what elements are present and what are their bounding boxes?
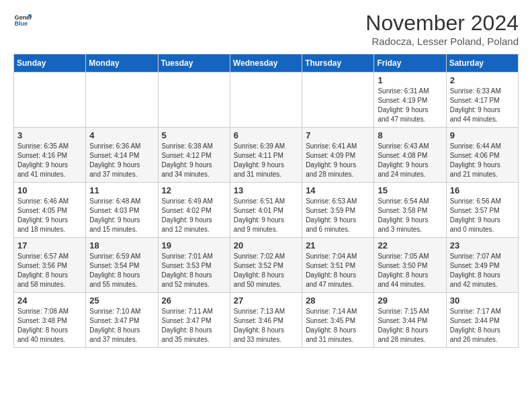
calendar-cell: 6Sunrise: 6:39 AM Sunset: 4:11 PM Daylig… [230,128,302,183]
day-number: 14 [306,185,370,195]
day-number: 3 [17,130,82,140]
calendar-cell: 12Sunrise: 6:49 AM Sunset: 4:02 PM Dayli… [158,183,230,238]
calendar-cell [14,73,86,128]
day-info: Sunrise: 6:56 AM Sunset: 3:57 PM Dayligh… [450,197,515,234]
weekday-header-sunday: Sunday [14,54,86,73]
day-number: 10 [17,185,82,195]
logo-icon: General Blue [13,11,32,30]
day-info: Sunrise: 6:31 AM Sunset: 4:19 PM Dayligh… [378,87,442,124]
day-number: 26 [162,295,226,306]
day-info: Sunrise: 7:13 AM Sunset: 3:46 PM Dayligh… [234,307,298,345]
day-info: Sunrise: 7:11 AM Sunset: 3:47 PM Dayligh… [162,307,226,345]
day-number: 27 [234,295,298,306]
calendar-cell: 17Sunrise: 6:57 AM Sunset: 3:56 PM Dayli… [14,238,86,293]
day-info: Sunrise: 6:51 AM Sunset: 4:01 PM Dayligh… [234,197,298,234]
calendar-cell: 22Sunrise: 7:05 AM Sunset: 3:50 PM Dayli… [374,238,446,293]
weekday-header-saturday: Saturday [446,54,518,73]
calendar-table: SundayMondayTuesdayWednesdayThursdayFrid… [13,54,519,348]
day-number: 6 [234,130,298,140]
day-info: Sunrise: 6:36 AM Sunset: 4:14 PM Dayligh… [89,142,154,179]
calendar-cell: 20Sunrise: 7:02 AM Sunset: 3:52 PM Dayli… [230,238,302,293]
day-info: Sunrise: 7:15 AM Sunset: 3:44 PM Dayligh… [378,307,442,345]
logo: General Blue [13,11,32,30]
day-number: 11 [89,185,154,195]
weekday-header-tuesday: Tuesday [158,54,230,73]
calendar-cell: 8Sunrise: 6:43 AM Sunset: 4:08 PM Daylig… [374,128,446,183]
calendar-cell: 28Sunrise: 7:14 AM Sunset: 3:45 PM Dayli… [302,293,374,348]
weekday-header-thursday: Thursday [302,54,374,73]
day-info: Sunrise: 6:48 AM Sunset: 4:03 PM Dayligh… [89,197,154,234]
day-info: Sunrise: 6:38 AM Sunset: 4:12 PM Dayligh… [162,142,226,179]
day-number: 24 [17,295,82,306]
calendar-cell: 11Sunrise: 6:48 AM Sunset: 4:03 PM Dayli… [86,183,158,238]
weekday-header-monday: Monday [86,54,158,73]
day-info: Sunrise: 6:46 AM Sunset: 4:05 PM Dayligh… [17,197,82,234]
weekday-header-friday: Friday [374,54,446,73]
day-info: Sunrise: 7:08 AM Sunset: 3:48 PM Dayligh… [17,307,82,345]
calendar-cell: 14Sunrise: 6:53 AM Sunset: 3:59 PM Dayli… [302,183,374,238]
day-info: Sunrise: 7:10 AM Sunset: 3:47 PM Dayligh… [89,307,154,345]
calendar-cell: 19Sunrise: 7:01 AM Sunset: 3:53 PM Dayli… [158,238,230,293]
day-info: Sunrise: 7:07 AM Sunset: 3:49 PM Dayligh… [450,252,515,289]
day-info: Sunrise: 6:53 AM Sunset: 3:59 PM Dayligh… [306,197,370,234]
calendar-cell [86,73,158,128]
calendar-cell: 29Sunrise: 7:15 AM Sunset: 3:44 PM Dayli… [374,293,446,348]
day-info: Sunrise: 6:49 AM Sunset: 4:02 PM Dayligh… [162,197,226,234]
day-info: Sunrise: 6:54 AM Sunset: 3:58 PM Dayligh… [378,197,442,234]
calendar-cell [302,73,374,128]
calendar-cell: 24Sunrise: 7:08 AM Sunset: 3:48 PM Dayli… [14,293,86,348]
calendar-cell: 5Sunrise: 6:38 AM Sunset: 4:12 PM Daylig… [158,128,230,183]
day-info: Sunrise: 6:43 AM Sunset: 4:08 PM Dayligh… [378,142,442,179]
calendar-cell: 21Sunrise: 7:04 AM Sunset: 3:51 PM Dayli… [302,238,374,293]
calendar-cell [158,73,230,128]
day-number: 28 [306,295,370,306]
day-number: 29 [378,295,442,306]
day-info: Sunrise: 6:59 AM Sunset: 3:54 PM Dayligh… [89,252,154,289]
day-number: 12 [162,185,226,195]
day-info: Sunrise: 6:39 AM Sunset: 4:11 PM Dayligh… [234,142,298,179]
day-number: 18 [89,240,154,250]
day-info: Sunrise: 6:33 AM Sunset: 4:17 PM Dayligh… [450,87,515,124]
calendar-cell [230,73,302,128]
day-number: 1 [378,75,442,85]
calendar-cell: 3Sunrise: 6:35 AM Sunset: 4:16 PM Daylig… [14,128,86,183]
day-number: 16 [450,185,515,195]
calendar-cell: 27Sunrise: 7:13 AM Sunset: 3:46 PM Dayli… [230,293,302,348]
day-number: 23 [450,240,515,250]
day-number: 9 [450,130,515,140]
day-info: Sunrise: 6:57 AM Sunset: 3:56 PM Dayligh… [17,252,82,289]
calendar-cell: 4Sunrise: 6:36 AM Sunset: 4:14 PM Daylig… [86,128,158,183]
day-info: Sunrise: 6:44 AM Sunset: 4:06 PM Dayligh… [450,142,515,179]
calendar-cell: 15Sunrise: 6:54 AM Sunset: 3:58 PM Dayli… [374,183,446,238]
day-number: 17 [17,240,82,250]
day-info: Sunrise: 7:01 AM Sunset: 3:53 PM Dayligh… [162,252,226,289]
day-number: 13 [234,185,298,195]
calendar-cell: 2Sunrise: 6:33 AM Sunset: 4:17 PM Daylig… [446,73,518,128]
page: General Blue November 2024 Radocza, Less… [0,0,532,356]
day-info: Sunrise: 7:04 AM Sunset: 3:51 PM Dayligh… [306,252,370,289]
day-info: Sunrise: 7:05 AM Sunset: 3:50 PM Dayligh… [378,252,442,289]
day-number: 20 [234,240,298,250]
svg-text:Blue: Blue [14,20,28,27]
calendar-cell: 26Sunrise: 7:11 AM Sunset: 3:47 PM Dayli… [158,293,230,348]
day-number: 7 [306,130,370,140]
weekday-header-wednesday: Wednesday [230,54,302,73]
day-number: 19 [162,240,226,250]
calendar-cell: 30Sunrise: 7:17 AM Sunset: 3:44 PM Dayli… [446,293,518,348]
day-info: Sunrise: 6:35 AM Sunset: 4:16 PM Dayligh… [17,142,82,179]
day-number: 25 [89,295,154,306]
day-number: 15 [378,185,442,195]
location-title: Radocza, Lesser Poland, Poland [365,36,519,47]
calendar-cell: 25Sunrise: 7:10 AM Sunset: 3:47 PM Dayli… [86,293,158,348]
calendar-cell: 1Sunrise: 6:31 AM Sunset: 4:19 PM Daylig… [374,73,446,128]
day-number: 2 [450,75,515,85]
day-number: 21 [306,240,370,250]
day-number: 4 [89,130,154,140]
day-info: Sunrise: 6:41 AM Sunset: 4:09 PM Dayligh… [306,142,370,179]
header: General Blue November 2024 Radocza, Less… [13,11,519,47]
calendar-cell: 18Sunrise: 6:59 AM Sunset: 3:54 PM Dayli… [86,238,158,293]
calendar-cell: 13Sunrise: 6:51 AM Sunset: 4:01 PM Dayli… [230,183,302,238]
month-title: November 2024 [365,11,519,36]
day-info: Sunrise: 7:14 AM Sunset: 3:45 PM Dayligh… [306,307,370,345]
day-info: Sunrise: 7:17 AM Sunset: 3:44 PM Dayligh… [450,307,515,345]
